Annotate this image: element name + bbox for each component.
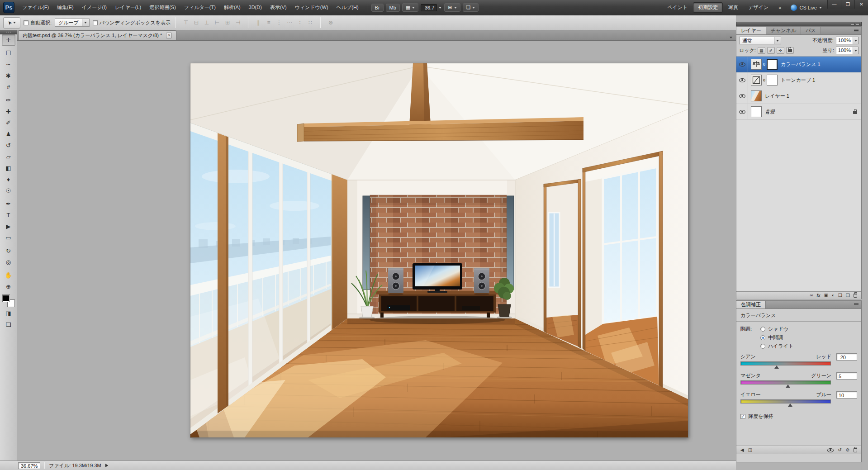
tool-zoom[interactable]: ⊕ (2, 281, 15, 292)
document-canvas[interactable] (190, 63, 688, 437)
align-hcenter-icon[interactable]: ⊞ (223, 18, 232, 27)
fill-slider-arrow-icon[interactable] (853, 47, 858, 54)
foreground-color-swatch[interactable] (3, 295, 9, 302)
tool-quick-mask[interactable]: ◨ (2, 308, 15, 319)
opacity-slider-arrow-icon[interactable] (853, 37, 858, 44)
preserve-luminosity-checkbox[interactable]: ✓ (740, 414, 745, 419)
tool-pen[interactable]: ✒ (2, 198, 15, 209)
menu-view[interactable]: 表示(V) (266, 0, 291, 15)
layer-mask-thumbnail[interactable] (767, 75, 778, 85)
yellow-blue-value[interactable]: 10 (836, 391, 857, 399)
distribute-right-icon[interactable]: ∷ (305, 18, 315, 27)
layer-row-layer1[interactable]: レイヤー 1 (736, 88, 861, 104)
tab-list-icon[interactable] (730, 37, 732, 38)
align-left-icon[interactable]: ⊢ (212, 18, 222, 27)
menu-edit[interactable]: 編集(E) (53, 0, 78, 15)
screen-mode-button[interactable]: ❏ (463, 3, 479, 12)
mask-link-icon[interactable]: 8 (762, 78, 766, 82)
mask-link-icon[interactable]: 8 (762, 62, 766, 66)
menu-file[interactable]: ファイル(F) (18, 0, 53, 15)
close-button[interactable]: ✕ (854, 0, 868, 9)
close-document-icon[interactable]: × (166, 33, 172, 38)
tool-history-brush[interactable]: ↺ (2, 140, 15, 151)
layer-row-background[interactable]: 背景 (736, 104, 861, 120)
distribute-vcenter-icon[interactable]: ≡ (264, 18, 274, 27)
canvas-pasteboard[interactable] (17, 41, 736, 461)
view-previous-state-icon[interactable]: ⊘ (846, 448, 849, 452)
blend-mode-dropdown[interactable]: 通常 (739, 37, 781, 44)
lock-position-icon[interactable]: ✛ (777, 47, 784, 54)
status-options-arrow-icon[interactable] (105, 464, 108, 467)
delete-adjustment-icon[interactable] (854, 448, 857, 452)
show-bbox-option[interactable]: バウンディングボックスを表示 (93, 19, 171, 26)
menu-window[interactable]: ウィンドウ(W) (291, 0, 332, 15)
status-zoom-field[interactable]: 36.67% (18, 462, 40, 469)
tool-preset-picker[interactable]: ➤ (3, 17, 20, 28)
new-layer-icon[interactable]: ❑ (846, 293, 850, 298)
view-extras-button[interactable]: ▦ (402, 3, 418, 12)
tool-rectangular-marquee[interactable]: ☐ (2, 47, 15, 59)
tool-screen-mode[interactable]: ❏ (2, 319, 15, 330)
tool-blur[interactable]: ♦ (2, 174, 15, 185)
tab-layers[interactable]: レイヤー (736, 27, 766, 34)
align-vcenter-icon[interactable]: ⊟ (191, 18, 201, 27)
tool-3d-camera-rotate[interactable]: ◎ (2, 256, 15, 268)
distribute-bottom-icon[interactable]: ⋮ (274, 18, 284, 27)
distribute-hcenter-icon[interactable]: ∶ (295, 18, 305, 27)
add-layer-mask-icon[interactable]: ▣ (824, 293, 828, 298)
align-top-icon[interactable]: ⊤ (181, 18, 191, 27)
tool-rectangle-shape[interactable]: ▭ (2, 232, 15, 243)
collapse-dock-icon[interactable] (851, 23, 854, 25)
auto-align-layers-icon[interactable]: ⊛ (326, 18, 336, 27)
dropdown-arrow-icon[interactable] (774, 37, 781, 44)
tool-type[interactable]: T (2, 209, 15, 221)
zoom-level-value[interactable]: 36.7 (421, 4, 437, 11)
menu-filter[interactable]: フィルター(T) (180, 0, 220, 15)
workspace-essentials[interactable]: 初期設定 (693, 2, 723, 13)
menu-analysis[interactable]: 解析(A) (220, 0, 245, 15)
curves-adjustment-icon[interactable] (751, 75, 762, 85)
visibility-toggle[interactable] (736, 88, 748, 104)
cyan-red-track[interactable] (740, 361, 831, 366)
layer-thumbnail[interactable] (751, 106, 762, 117)
tab-adjustments[interactable]: 色調補正 (736, 301, 766, 309)
dock-options-icon[interactable] (856, 23, 859, 25)
align-bottom-icon[interactable]: ⊥ (202, 18, 212, 27)
color-balance-adjustment-icon[interactable] (751, 59, 762, 70)
tool-move[interactable]: ✛ (2, 34, 15, 46)
menu-image[interactable]: イメージ(I) (78, 0, 111, 15)
preserve-luminosity-option[interactable]: ✓ 輝度を保持 (736, 408, 861, 420)
yellow-blue-track[interactable] (740, 399, 831, 404)
layer-thumbnail[interactable] (751, 90, 762, 101)
minimize-button[interactable]: — (827, 0, 841, 9)
auto-select-checkbox[interactable] (24, 20, 28, 25)
restore-button[interactable]: ❐ (841, 0, 854, 9)
toggle-visibility-eye-icon[interactable] (827, 448, 834, 452)
radio-shadows[interactable] (760, 327, 765, 332)
slider-thumb[interactable] (786, 385, 790, 388)
launch-bridge-button[interactable]: Br (371, 4, 384, 12)
tab-paths[interactable]: パス (801, 27, 821, 34)
layer-style-icon[interactable]: fx (817, 294, 821, 298)
auto-select-option[interactable]: 自動選択: (24, 19, 52, 26)
visibility-toggle[interactable] (736, 72, 748, 88)
tool-clone-stamp[interactable]: ♟ (2, 128, 15, 140)
panel-menu-icon[interactable] (851, 29, 861, 34)
reset-adjustment-icon[interactable]: ↺ (838, 448, 841, 452)
distribute-top-icon[interactable]: ∥ (253, 18, 263, 27)
tool-hand[interactable]: ✋ (2, 270, 15, 281)
slider-thumb[interactable] (788, 404, 792, 407)
document-tab[interactable]: 内観test.psd @ 36.7% (カラーバランス 1, レイヤーマスク/8… (18, 30, 176, 40)
layer-name[interactable]: トーンカーブ 1 (781, 77, 815, 84)
tool-crop[interactable]: # (2, 81, 15, 93)
menu-layer[interactable]: レイヤー(L) (111, 0, 145, 15)
layer-name[interactable]: レイヤー 1 (765, 93, 789, 100)
zoom-level-dropdown[interactable]: 36.7 (421, 4, 441, 11)
layer-row-curves[interactable]: 8 トーンカーブ 1 (736, 72, 861, 88)
cyan-red-value[interactable]: -20 (836, 353, 857, 361)
opacity-field[interactable]: 100% (836, 37, 859, 44)
tool-brush[interactable]: ✐ (2, 117, 15, 128)
align-right-icon[interactable]: ⊣ (233, 18, 243, 27)
menu-select[interactable]: 選択範囲(S) (145, 0, 180, 15)
show-bbox-checkbox[interactable] (93, 20, 98, 25)
